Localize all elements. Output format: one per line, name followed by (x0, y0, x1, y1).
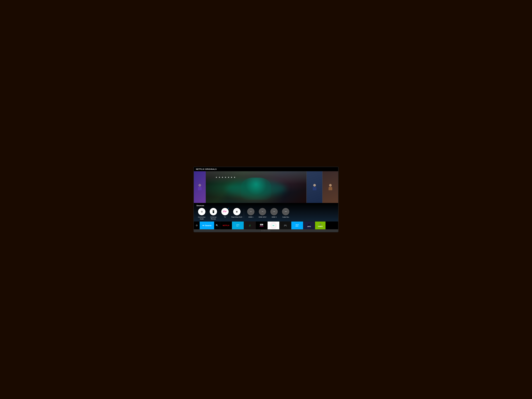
source-label-hdmi2: HDMI 2/DVI (259, 216, 266, 218)
person-suit (329, 184, 332, 190)
settings-button[interactable]: ⚙ (194, 222, 200, 229)
main-video (206, 171, 306, 203)
games-icon: 🎮 (319, 224, 321, 226)
left-person (198, 184, 202, 190)
hdmi1-icon: ━━ (250, 211, 252, 212)
tv-stand: SAMSUNG (194, 229, 338, 232)
source-universal-remote[interactable]: 📱 UniversalRemote (208, 208, 219, 220)
source-arrow-icon: ⇨ (203, 224, 204, 227)
app-itv[interactable]: itv (267, 222, 279, 229)
prime-video-label: video ~ (236, 225, 240, 227)
source-label-hdmi1: HDMI 1 (248, 216, 253, 218)
settings-icon: ⚙ (196, 224, 198, 227)
source-button[interactable]: ⇨ Source (200, 222, 214, 229)
netflix-label: NETFLIX (223, 224, 229, 226)
tv-display: NETFLIX ORIGINALS (193, 167, 339, 233)
flash-drive-label: FlashDriv... (296, 224, 299, 227)
source-tv[interactable]: ✓ ITV+ TV (220, 208, 230, 218)
left-thumbnail (194, 171, 206, 203)
source-circle-remote: 📱 (210, 208, 217, 215)
hdmi2-icon: ━━ (262, 211, 263, 212)
apps-label: APPS (307, 226, 311, 227)
light-1 (216, 177, 217, 178)
iplayer-label: iPlayer (260, 226, 264, 227)
right-thumbnails (306, 171, 338, 203)
source-connection-guide[interactable]: ⊞ ConnectionGuide (196, 208, 207, 220)
search-icon: 🔍 (216, 224, 218, 227)
source-circle-tv: ✓ ITV+ (221, 208, 229, 215)
source-label-cable: Cable Box (282, 216, 289, 218)
app-prime-video[interactable]: prime video ~ (232, 222, 244, 229)
remote-icon: 📱 (212, 210, 215, 213)
source-cable-box[interactable]: ━━━ Cable Box (280, 208, 291, 218)
app-spotify[interactable]: ♬ (244, 222, 256, 229)
source-flash-drive-duo[interactable]: ▣ Flash Drive DUO (231, 208, 242, 218)
head-2 (329, 184, 332, 187)
selected-checkmark: ✓ (228, 207, 229, 209)
body-shape (198, 187, 202, 190)
games-container: 🎮 GAMES (318, 224, 323, 227)
light-2 (219, 177, 220, 178)
right-thumb-person (306, 171, 322, 203)
head-shape (198, 184, 201, 187)
source-circle-connection: ⊞ (198, 208, 205, 215)
source-circle-flash: ▣ (233, 208, 241, 215)
body-2 (329, 187, 332, 190)
bbc-logo-container: BBC iPlayer (260, 224, 264, 227)
light-5 (228, 177, 229, 178)
right-thumb-suit (322, 171, 338, 203)
bbc-block-1: BBC (260, 224, 263, 225)
connection-guide-icon: ⊞ (201, 210, 203, 213)
source-circle-hdmi3: ━━ (270, 208, 278, 215)
source-label-hdmi3: HDMI 3 (272, 216, 276, 218)
tv-brand: SAMSUNG (261, 230, 271, 231)
source-label-flash: Flash Drive DUO (231, 216, 242, 218)
tv-icon: ITV+ (223, 210, 227, 213)
sources-items: ⊞ ConnectionGuide 📱 UniversalRemote ✓ (196, 208, 336, 220)
source-label-connection: ConnectionGuide (198, 216, 205, 220)
scene-figure (241, 177, 271, 200)
body (313, 187, 317, 190)
source-hdmi3[interactable]: ━━ HDMI 3 (269, 208, 279, 218)
source-circle-hdmi2: ━━ (259, 208, 266, 215)
itv-circle: itv (271, 223, 276, 228)
app-games[interactable]: 🎮 GAMES (315, 222, 325, 229)
apps-icon: ⊞ (308, 223, 310, 226)
app-apps[interactable]: ⊞ APPS (303, 222, 315, 229)
source-label-tv: TV (224, 216, 226, 218)
app-flash-drive[interactable]: FlashDriv... (291, 222, 303, 229)
light-7 (234, 177, 235, 178)
apps-container: ⊞ APPS (307, 223, 311, 227)
source-label-remote: UniversalRemote (210, 216, 216, 220)
apps-row: NETFLIX prime video ~ ♬ (220, 222, 338, 229)
sources-label: Sources (196, 204, 336, 207)
itv-label: itv (272, 225, 274, 226)
source-hdmi1[interactable]: ━━ HDMI 1 (246, 208, 256, 218)
source-circle-hdmi1: ━━ (247, 208, 254, 215)
light-4 (225, 177, 226, 178)
flash-drive-icon: ▣ (236, 210, 238, 213)
light-3 (222, 177, 223, 178)
head (313, 184, 316, 187)
app-unknown[interactable]: 🎮 (279, 222, 291, 229)
tv-screen: NETFLIX ORIGINALS (194, 167, 338, 229)
app-bbc-iplayer[interactable]: BBC iPlayer (256, 222, 267, 229)
source-hdmi2dvi[interactable]: ━━ HDMI 2/DVI (257, 208, 268, 218)
source-circle-cable: ━━━ (282, 208, 289, 215)
source-button-label: Source (205, 224, 211, 227)
bbc-logo: BBC (260, 224, 263, 225)
app-netflix[interactable]: NETFLIX (220, 222, 232, 229)
bottom-bar: ⚙ ⇨ Source 🔍 NETFLIX prime (194, 222, 338, 229)
prime-logo: prime video ~ (236, 224, 240, 227)
netflix-header: NETFLIX ORIGINALS (194, 167, 338, 171)
unknown-app-icon: 🎮 (284, 224, 287, 227)
content-area (194, 171, 338, 203)
light-6 (231, 177, 232, 178)
sources-bar: Sources ⊞ ConnectionGuide 📱 UniversalRem… (194, 203, 338, 222)
prime-label: prime (236, 224, 239, 225)
hdmi3-icon: ━━ (273, 211, 275, 212)
netflix-originals-title: NETFLIX ORIGINALS (196, 168, 217, 170)
games-label: GAMES (318, 226, 323, 227)
person-drinking (313, 184, 317, 190)
search-button[interactable]: 🔍 (214, 222, 220, 229)
